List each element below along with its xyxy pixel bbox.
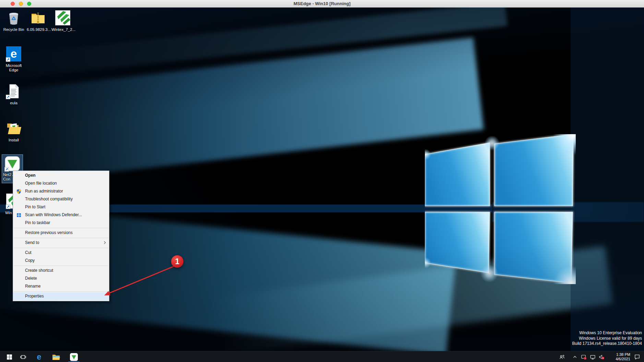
net2-icon [70, 353, 78, 361]
menu-item-open[interactable]: Open [13, 172, 109, 179]
menu-item-pin-to-start[interactable]: Pin to Start [13, 203, 109, 211]
network-icon [590, 354, 596, 360]
volume-muted-icon [599, 354, 605, 360]
wintex-icon [55, 10, 71, 26]
tray-volume-button[interactable] [598, 351, 605, 362]
action-center-icon [634, 354, 640, 360]
license-notice: Windows 10 Enterprise Evaluation Windows… [572, 330, 642, 347]
start-button[interactable] [4, 351, 14, 362]
desktop-icon-install[interactable]: Install [2, 120, 25, 142]
menu-item-copy[interactable]: Copy [13, 257, 109, 265]
menu-item-troubleshoot-compatibility[interactable]: Troubleshoot compatibility [13, 195, 109, 203]
desktop-icon-eula[interactable]: eula [2, 83, 25, 105]
file-explorer-icon [52, 354, 60, 360]
desktop-icon-zip-archive[interactable]: 6.05.9829.3... [27, 10, 49, 32]
context-menu: Open Open file location Run as administr… [13, 171, 109, 301]
menu-item-label: Scan with Windows Defender... [25, 212, 82, 217]
desktop-icon-label: eula [2, 101, 25, 105]
recycle-bin-icon [5, 10, 22, 26]
edge-icon: e [37, 352, 41, 362]
action-center-button[interactable] [632, 351, 642, 362]
menu-item-run-as-administrator[interactable]: Run as administrator [13, 187, 109, 195]
annotation-step-badge: 1 [171, 255, 183, 268]
vm-titlebar: MSEdge - Win10 [Running] [0, 0, 644, 8]
desktop-icon-label: Install [2, 138, 25, 142]
folder-icon [5, 120, 22, 137]
tray-network-button[interactable] [589, 351, 596, 362]
menu-item-create-shortcut[interactable]: Create shortcut [13, 267, 109, 275]
desktop-icon-label: 6.05.9829.3... [27, 27, 49, 32]
tray-security-button[interactable] [580, 351, 587, 362]
task-view-icon [20, 354, 26, 360]
security-alert-icon [581, 354, 587, 360]
task-view-button[interactable] [18, 351, 28, 362]
menu-item-properties[interactable]: Properties [13, 292, 109, 300]
license-line: Windows License valid for 89 days [572, 336, 642, 341]
menu-item-label: Send to [25, 240, 39, 245]
desktop-icon-label: Microsoft Edge [2, 63, 25, 72]
menu-separator [14, 266, 108, 266]
menu-item-send-to[interactable]: Send to [13, 239, 109, 247]
menu-separator [14, 248, 108, 248]
clock-date: 4/6/2021 [609, 357, 630, 361]
desktop-icon-wintex[interactable]: Wintex_7_2... [51, 10, 74, 32]
shortcut-arrow-icon [4, 167, 9, 172]
menu-item-open-file-location[interactable]: Open file location [13, 179, 109, 187]
vm-window: MSEdge - Win10 [Running] [0, 0, 644, 362]
menu-item-label: Run as administrator [25, 189, 63, 194]
tray-overflow-button[interactable] [571, 351, 578, 362]
taskbar-edge-button[interactable]: e [34, 351, 45, 362]
clock-time: 1:38 PM [609, 352, 630, 357]
menu-item-restore-previous-versions[interactable]: Restore previous versions [13, 229, 109, 237]
net2-icon [4, 155, 21, 172]
menu-separator [14, 238, 108, 238]
document-icon [5, 83, 22, 100]
taskbar: e [0, 351, 644, 362]
menu-item-rename[interactable]: Rename [13, 282, 109, 290]
license-line: Build 17134.rs4_release.180410-1804 [572, 341, 642, 347]
desktop-icon-recycle-bin[interactable]: Recycle Bin [2, 10, 25, 32]
edge-icon: e [5, 46, 22, 62]
uac-shield-icon [16, 189, 22, 194]
menu-item-cut[interactable]: Cut [13, 249, 109, 257]
taskbar-clock[interactable]: 1:38 PM 4/6/2021 [609, 352, 630, 361]
windows-start-icon [7, 354, 12, 360]
menu-separator [14, 228, 108, 228]
people-icon [559, 354, 565, 360]
submenu-chevron-icon [103, 241, 106, 244]
desktop-icon-label: Recycle Bin [2, 27, 25, 32]
taskbar-file-explorer-button[interactable] [50, 351, 61, 362]
license-line: Windows 10 Enterprise Evaluation [572, 330, 642, 336]
chevron-up-icon [572, 354, 577, 360]
menu-item-scan-with-defender[interactable]: Scan with Windows Defender... [13, 211, 109, 219]
menu-item-pin-to-taskbar[interactable]: Pin to taskbar [13, 219, 109, 227]
window-title: MSEdge - Win10 [Running] [0, 0, 644, 8]
zip-folder-icon [30, 10, 46, 26]
desktop-icon-label: Wintex_7_2... [51, 27, 74, 32]
menu-separator [14, 291, 108, 292]
shortcut-arrow-icon [6, 57, 10, 62]
windows-defender-icon [16, 212, 22, 218]
tray-people-button[interactable] [558, 351, 566, 362]
desktop-icon-microsoft-edge[interactable]: e Microsoft Edge [2, 46, 25, 72]
shortcut-arrow-icon [6, 205, 10, 209]
annotation-arrow [96, 253, 182, 301]
taskbar-net2-button[interactable] [68, 351, 80, 362]
shortcut-arrow-icon [6, 95, 10, 99]
menu-item-delete[interactable]: Delete [13, 275, 109, 282]
